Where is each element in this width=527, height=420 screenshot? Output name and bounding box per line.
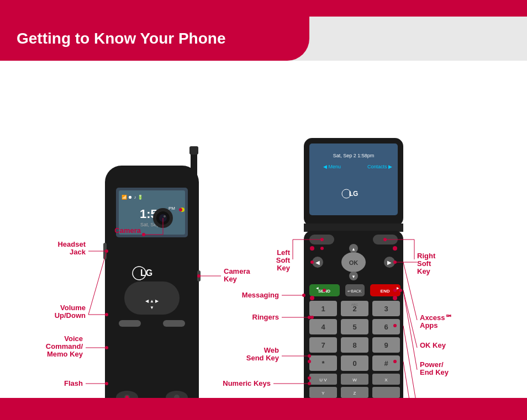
- svg-text:OK: OK: [349, 259, 359, 266]
- svg-text:Command/: Command/: [46, 342, 83, 350]
- svg-text:0: 0: [352, 359, 356, 368]
- svg-text:Camera: Camera: [114, 226, 141, 235]
- svg-text:X: X: [384, 378, 388, 382]
- svg-text:Y: Y: [322, 391, 325, 396]
- svg-text:Messaging: Messaging: [242, 291, 279, 299]
- svg-text:Jack: Jack: [70, 248, 86, 256]
- svg-text:LG: LG: [349, 190, 359, 198]
- right-phone-body: Sat, Sep 2 1:58pm ◀ Menu Contacts ▶ LG ▼…: [304, 138, 403, 420]
- svg-text:◀ ▲ ▶: ◀ ▲ ▶: [145, 299, 159, 304]
- svg-text:Axcess℠: Axcess℠: [420, 313, 452, 322]
- svg-point-135: [310, 246, 314, 251]
- svg-text:9: 9: [384, 341, 388, 349]
- top-banner: [0, 0, 527, 17]
- title-area: Getting to Know Your Phone: [0, 17, 309, 61]
- svg-text:▼: ▼: [150, 305, 154, 310]
- svg-text:Voice: Voice: [64, 334, 83, 343]
- svg-text:PM: PM: [168, 206, 175, 211]
- svg-text:Ringers: Ringers: [252, 313, 279, 321]
- svg-text:5: 5: [352, 323, 356, 331]
- svg-text:Numeric Keys: Numeric Keys: [223, 379, 271, 387]
- svg-text:1: 1: [321, 305, 325, 313]
- svg-text:Z: Z: [354, 391, 356, 396]
- svg-text:3: 3: [384, 305, 388, 313]
- svg-point-173: [308, 360, 311, 363]
- svg-text:LG: LG: [140, 268, 152, 278]
- svg-point-156: [310, 260, 314, 264]
- svg-text:📶 ⏺ ♪ 🔋: 📶 ⏺ ♪ 🔋: [122, 194, 143, 200]
- svg-text:U V: U V: [319, 378, 327, 382]
- svg-text:Key: Key: [417, 267, 431, 275]
- svg-line-202: [403, 290, 417, 370]
- svg-text:End Key: End Key: [420, 368, 449, 376]
- left-phone-diagram: 1:58 Sat, Sep 2 PM 📶 ⏺ ♪ 🔋 LG ◀ ▲ ▶ ▼: [44, 132, 276, 420]
- svg-text:▲: ▲: [351, 247, 356, 252]
- svg-text:Soft: Soft: [417, 259, 431, 268]
- svg-rect-73: [304, 224, 403, 232]
- svg-text:7: 7: [321, 341, 325, 349]
- svg-text:▼: ▼: [351, 274, 356, 279]
- svg-point-136: [393, 246, 397, 251]
- svg-line-203: [403, 326, 417, 407]
- svg-point-162: [308, 354, 311, 358]
- svg-text:▶: ▶: [397, 286, 399, 290]
- svg-point-160: [323, 289, 326, 292]
- svg-point-169: [308, 376, 311, 380]
- svg-text:Sat, Sep 2 1:58pm: Sat, Sep 2 1:58pm: [333, 153, 375, 158]
- svg-text:Right: Right: [417, 252, 436, 260]
- svg-text:Flash: Flash: [64, 379, 83, 387]
- right-phone-diagram: Sat, Sep 2 1:58pm ◀ Menu Contacts ▶ LG ▼…: [260, 132, 497, 420]
- svg-text:Camera: Camera: [224, 267, 250, 275]
- svg-point-167: [308, 382, 311, 385]
- svg-text:Send Key: Send Key: [246, 354, 280, 362]
- svg-text:Soft: Soft: [276, 256, 291, 264]
- svg-text:END: END: [381, 289, 390, 294]
- svg-text:OK Key: OK Key: [420, 341, 446, 349]
- svg-text:#: #: [384, 359, 388, 368]
- svg-text:↩BACK: ↩BACK: [347, 289, 361, 293]
- svg-text:W: W: [352, 378, 357, 382]
- svg-text:Key: Key: [224, 275, 238, 283]
- svg-text:ABC: ABC: [351, 303, 359, 306]
- phones-container: 1:58 Sat, Sep 2 PM 📶 ⏺ ♪ 🔋 LG ◀ ▲ ▶ ▼: [0, 61, 527, 398]
- svg-point-165: [308, 316, 311, 319]
- svg-point-32: [142, 233, 145, 236]
- svg-point-12: [164, 215, 166, 217]
- svg-text:▶: ▶: [387, 259, 392, 265]
- svg-rect-132: [372, 387, 400, 398]
- svg-line-200: [403, 262, 417, 320]
- svg-text:◀: ◀: [316, 286, 319, 290]
- svg-line-38: [88, 251, 107, 315]
- svg-point-138: [393, 296, 397, 300]
- svg-text:◀: ◀: [315, 259, 320, 265]
- svg-rect-18: [163, 320, 185, 327]
- svg-text:Up/Down: Up/Down: [55, 311, 86, 320]
- svg-text:Key: Key: [277, 264, 291, 272]
- svg-text:Apps: Apps: [420, 321, 438, 329]
- svg-text:Memo Key: Memo Key: [47, 350, 83, 358]
- svg-text:Power/: Power/: [420, 360, 444, 369]
- svg-text:◀ Menu: ◀ Menu: [323, 164, 341, 169]
- svg-text:Contacts ▶: Contacts ▶: [367, 164, 392, 169]
- svg-rect-29: [189, 146, 198, 155]
- svg-text:4: 4: [321, 323, 325, 331]
- left-phone-body: 1:58 Sat, Sep 2 PM 📶 ⏺ ♪ 🔋 LG ◀ ▲ ▶ ▼: [103, 146, 201, 420]
- svg-text:Volume: Volume: [60, 304, 86, 312]
- svg-text:Web: Web: [264, 346, 279, 354]
- svg-text:8: 8: [352, 341, 356, 349]
- svg-point-48: [179, 208, 182, 211]
- svg-text:Headset: Headset: [57, 240, 86, 248]
- page-title: Getting to Know Your Phone: [17, 30, 226, 47]
- svg-rect-17: [119, 320, 141, 327]
- svg-text:6: 6: [384, 323, 388, 331]
- bottom-bar: [0, 398, 527, 420]
- svg-point-137: [310, 296, 314, 300]
- svg-text:Left: Left: [277, 248, 291, 257]
